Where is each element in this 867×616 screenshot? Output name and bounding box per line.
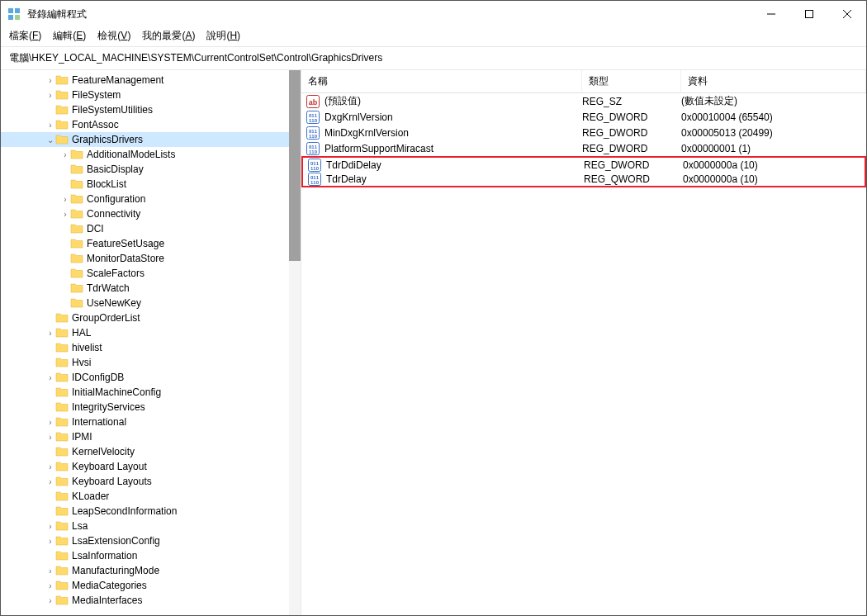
folder-icon: [55, 490, 69, 502]
menu-favorites[interactable]: 我的最愛(A): [142, 29, 195, 43]
tree-item[interactable]: IntegrityServices: [1, 400, 301, 415]
registry-editor-window: 登錄編輯程式 檔案(F) 編輯(E) 檢視(V) 我的最愛(A) 說明(H) 電…: [0, 0, 867, 616]
minimize-button[interactable]: [752, 1, 790, 27]
column-name[interactable]: 名稱: [301, 70, 582, 92]
menu-help[interactable]: 說明(H): [206, 29, 240, 43]
folder-icon: [70, 208, 83, 220]
column-type[interactable]: 類型: [582, 70, 681, 92]
tree-item[interactable]: GroupOrderList: [1, 310, 301, 325]
folder-icon: [70, 193, 83, 205]
window-controls: [752, 1, 866, 27]
value-type: REG_QWORD: [584, 173, 683, 185]
tree-item[interactable]: ›MediaCategories: [1, 578, 301, 593]
value-row[interactable]: DxgKrnlVersionREG_DWORD0x00010004 (65540…: [301, 109, 866, 125]
binary-value-icon: [306, 126, 320, 140]
svg-rect-0: [8, 8, 13, 13]
expand-icon[interactable]: ›: [45, 121, 55, 130]
menu-view[interactable]: 檢視(V): [97, 29, 130, 43]
expand-icon[interactable]: ›: [45, 596, 55, 605]
expand-icon[interactable]: ›: [60, 210, 70, 219]
tree-item[interactable]: ›FeatureManagement: [1, 73, 301, 88]
folder-icon: [55, 74, 69, 86]
value-row[interactable]: PlatformSupportMiracastREG_DWORD0x000000…: [301, 140, 866, 156]
value-type: REG_DWORD: [582, 111, 681, 123]
addressbar[interactable]: 電腦\HKEY_LOCAL_MACHINE\SYSTEM\CurrentCont…: [1, 46, 866, 70]
tree-item-label: MediaCategories: [72, 580, 150, 591]
tree-item[interactable]: Hvsi: [1, 355, 301, 370]
menu-file[interactable]: 檔案(F): [9, 29, 41, 43]
expand-icon[interactable]: ›: [45, 566, 55, 576]
tree-item[interactable]: BlockList: [1, 177, 301, 192]
value-data: 0x0000000a (10): [683, 173, 865, 185]
tree-item[interactable]: ›ManufacturingMode: [1, 563, 301, 578]
tree-item[interactable]: ›Keyboard Layout: [1, 459, 301, 474]
tree-item[interactable]: ›IPMI: [1, 429, 301, 444]
folder-icon: [70, 223, 83, 235]
tree-item[interactable]: ›AdditionalModeLists: [1, 147, 301, 162]
expand-icon[interactable]: ›: [45, 581, 55, 590]
folder-icon: [55, 342, 69, 353]
tree-item[interactable]: ›Configuration: [1, 192, 301, 206]
tree-item[interactable]: ›FontAssoc: [1, 117, 301, 132]
binary-value-icon: [306, 111, 320, 124]
value-row[interactable]: (預設值)REG_SZ(數值未設定): [301, 93, 866, 109]
value-row[interactable]: MinDxgKrnlVersionREG_DWORD0x00005013 (20…: [301, 125, 866, 140]
expand-icon[interactable]: ›: [45, 329, 55, 338]
tree-item[interactable]: ›IDConfigDB: [1, 370, 301, 385]
expand-icon[interactable]: ›: [45, 91, 55, 100]
tree-item[interactable]: LeapSecondInformation: [1, 504, 301, 519]
column-data[interactable]: 資料: [681, 70, 866, 92]
value-row[interactable]: TdrDdiDelayREG_DWORD0x0000000a (10): [301, 156, 866, 172]
folder-icon: [70, 149, 83, 160]
tree-item[interactable]: BasicDisplay: [1, 162, 301, 177]
menu-edit[interactable]: 編輯(E): [53, 29, 86, 43]
tree-item[interactable]: ›International: [1, 415, 301, 429]
tree-item[interactable]: MonitorDataStore: [1, 251, 301, 266]
expand-icon[interactable]: ›: [45, 433, 55, 442]
tree-item[interactable]: KernelVelocity: [1, 444, 301, 459]
tree-item[interactable]: UseNewKey: [1, 296, 301, 310]
scrollbar-thumb[interactable]: [289, 70, 301, 261]
expand-icon[interactable]: ›: [45, 537, 55, 546]
tree-item[interactable]: DCI: [1, 221, 301, 236]
tree-item[interactable]: TdrWatch: [1, 281, 301, 296]
tree-item[interactable]: LsaInformation: [1, 548, 301, 563]
tree-item[interactable]: hivelist: [1, 340, 301, 355]
expand-icon[interactable]: ›: [60, 195, 70, 204]
tree-item[interactable]: ›HAL: [1, 325, 301, 340]
value-row[interactable]: TdrDelayREG_QWORD0x0000000a (10): [301, 172, 866, 187]
folder-icon: [70, 163, 83, 175]
maximize-button[interactable]: [790, 1, 828, 27]
folder-icon: [55, 580, 69, 591]
close-button[interactable]: [828, 1, 866, 27]
tree-item[interactable]: ›Connectivity: [1, 206, 301, 221]
expand-icon[interactable]: ›: [45, 373, 55, 382]
folder-icon: [70, 178, 83, 190]
svg-rect-1: [15, 8, 20, 13]
tree-scrollbar[interactable]: [289, 70, 301, 615]
tree-item[interactable]: KLoader: [1, 489, 301, 504]
tree-item[interactable]: InitialMachineConfig: [1, 385, 301, 400]
expand-icon[interactable]: ›: [45, 76, 55, 85]
tree-item[interactable]: ›Keyboard Layouts: [1, 474, 301, 489]
tree-item[interactable]: ⌄GraphicsDrivers: [1, 132, 301, 147]
tree-item-label: FontAssoc: [72, 119, 122, 130]
tree-item[interactable]: ›Lsa: [1, 519, 301, 533]
expand-icon[interactable]: ›: [45, 462, 55, 471]
tree-pane[interactable]: ›FeatureManagement›FileSystemFileSystemU…: [1, 70, 301, 615]
expand-icon[interactable]: ›: [60, 150, 70, 159]
list-header: 名稱 類型 資料: [301, 70, 866, 93]
tree-item-label: IDConfigDB: [72, 372, 127, 383]
expand-icon[interactable]: ›: [45, 418, 55, 427]
tree-item[interactable]: ›FileSystem: [1, 88, 301, 102]
expand-icon[interactable]: ›: [45, 522, 55, 531]
value-list-pane[interactable]: 名稱 類型 資料 (預設值)REG_SZ(數值未設定)DxgKrnlVersio…: [301, 70, 866, 615]
tree-item[interactable]: ›LsaExtensionConfig: [1, 533, 301, 548]
tree-item[interactable]: FileSystemUtilities: [1, 102, 301, 117]
tree-item[interactable]: ScaleFactors: [1, 266, 301, 281]
tree-item[interactable]: FeatureSetUsage: [1, 236, 301, 251]
folder-icon: [55, 312, 69, 324]
tree-item[interactable]: ›MediaInterfaces: [1, 593, 301, 608]
collapse-icon[interactable]: ⌄: [45, 135, 55, 145]
expand-icon[interactable]: ›: [45, 477, 55, 486]
